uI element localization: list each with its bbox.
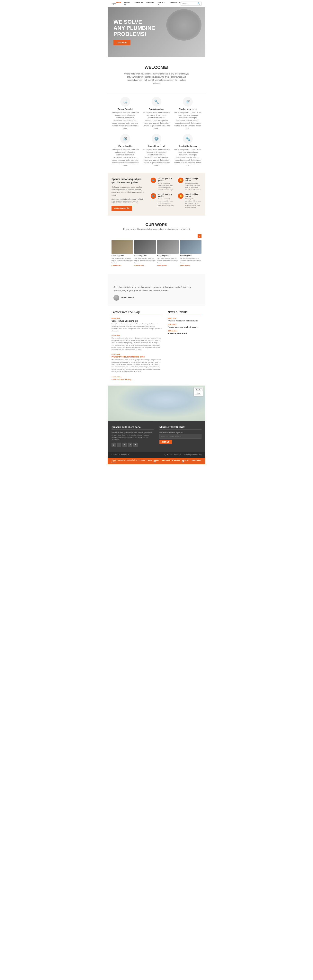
blog-entry-3: FEB 3 2014 Praesent vestibulum molestie …: [112, 353, 162, 373]
footer-nav-specials[interactable]: Specials: [172, 459, 180, 463]
read-more-link[interactable]: + read more...: [112, 376, 122, 378]
search-icon[interactable]: 🔍: [198, 2, 200, 5]
map-satellite-button[interactable]: Satellite: [194, 388, 202, 391]
feature-desc-4: Sed ut perspiciatis unde omnis iste natu…: [112, 148, 139, 167]
our-work-subtitle: Please explore this section to learn mor…: [112, 228, 201, 230]
beige-inner: Epsum factorial quid pro quo hic escorol…: [112, 178, 201, 211]
email-icon: ✉: [184, 454, 186, 456]
blog-entry-title-1: Consectetuer adipiscing elit: [112, 320, 162, 322]
nav-specials[interactable]: SPECIALS: [146, 2, 155, 5]
blog-section: Latest From The Blog FEB 3 2014 Consecte…: [112, 310, 162, 381]
feature-icon-3: 🚿: [183, 97, 193, 107]
our-work-title: OUR WORK: [112, 223, 201, 227]
beige-item-title-2: Deposit quid pro quo hic: [158, 193, 174, 197]
work-thumbnail-2: [134, 240, 156, 254]
beige-icon-3: 🔔: [178, 178, 183, 183]
footer-col1-desc: Vestibulum tortor quam, feugiat vitae, u…: [112, 431, 153, 441]
news-date-3: OCT 22 2014: [168, 330, 201, 332]
nav-about[interactable]: ABOUT US: [123, 2, 132, 5]
footer-nav-about[interactable]: About Us: [153, 459, 160, 463]
quote-text: Sed ut perspiciatis unde omnis uptatac c…: [114, 286, 199, 293]
work-navigation: ›: [112, 234, 201, 238]
social-linkedin-icon[interactable]: in: [133, 442, 138, 447]
nav-blog[interactable]: NEWS/BLOG: [170, 2, 181, 5]
work-learn-more-4[interactable]: Learn more »: [180, 265, 190, 267]
social-twitter-icon[interactable]: t: [117, 442, 121, 447]
contact-phone: 📞 + 1-919-922-0105: [164, 454, 181, 456]
work-item-4: Escorol gorilla Sed ut perspiciatis unt …: [180, 240, 201, 267]
social-facebook-icon[interactable]: f: [122, 442, 127, 447]
nav-home[interactable]: HOME: [116, 2, 121, 5]
hero-section: WE SOLVE ANY PLUMBING PROBLEMS! Click he…: [107, 7, 206, 57]
work-learn-more-3[interactable]: Learn more »: [157, 265, 167, 267]
blog-entry-body-3: Maecenas tempus tellus ac sem. Quisque a…: [112, 359, 162, 373]
feature-item-6: 🔩 Souvlaki Ignitus car Sed ut perspiciat…: [174, 134, 201, 167]
nav-contact[interactable]: CONTACT US: [157, 2, 168, 5]
feature-title-4: Escorol gorilla: [112, 145, 139, 147]
beige-icon-4: 🔔: [178, 193, 183, 199]
hero-bg-decoration: [166, 9, 201, 41]
work-item-title-1: Escorol gorilla: [112, 255, 133, 257]
news-date-2: NOV 5 2014: [168, 324, 201, 326]
work-item-1: Escorol gorilla Sed ut perspiciatis unt …: [112, 240, 133, 267]
hero-cta-button[interactable]: Click here!: [114, 40, 131, 45]
work-next-button[interactable]: ›: [198, 234, 201, 238]
blog-news-section: Latest From The Blog FEB 3 2014 Consecte…: [107, 305, 206, 385]
phone-number: + 1-919-922-0105: [167, 454, 181, 456]
footer-nav-blog[interactable]: News/Blog: [192, 459, 201, 463]
news-item-1: FEB 3 2014 Praesent vestibulum molestie …: [168, 318, 201, 322]
contact-email: ✉ mail@demolink.org: [184, 454, 201, 456]
search-input[interactable]: [182, 3, 198, 5]
beige-item-text-2: Deposit quid pro quo hic Sed ut perspici…: [158, 193, 174, 207]
news-item-title-1: Praesent vestibulum molestie lacus.: [168, 320, 201, 322]
nav-services[interactable]: SERVICES: [134, 2, 143, 5]
work-item-title-2: Escorol gorilla: [134, 255, 156, 257]
feature-title-1: Epsum factorial: [112, 108, 139, 110]
work-thumbnail-4: [180, 240, 201, 254]
footer-top: Quisque nulla libero porta Vestibulum to…: [107, 421, 206, 452]
map-controls: Satellite Traffic: [194, 388, 204, 396]
map-traffic-button[interactable]: Traffic: [194, 392, 201, 395]
blog-entry-title-3: Praesent vestibulum molestie lacus: [112, 356, 162, 358]
newsletter-email-input[interactable]: [160, 434, 201, 439]
feature-icon-1: 🛁: [120, 97, 130, 107]
hero-content: WE SOLVE ANY PLUMBING PROBLEMS! Click he…: [114, 19, 156, 45]
work-learn-more-1[interactable]: Learn more »: [112, 265, 121, 267]
newsletter-signup-button[interactable]: SIGN UP: [160, 440, 172, 444]
footer-nav-contact[interactable]: Contact Us: [182, 459, 190, 463]
footer-col2-desc: Latest information title. Dig ido title.: [160, 431, 201, 434]
blog-entry-body-2: Maecenas tempus tellus ac sem. Quisque a…: [112, 337, 162, 351]
blog-entry-1: FEB 3 2014 Consectetuer adipiscing elit …: [112, 318, 162, 332]
quote-section: " Sed ut perspiciatis unde omnis uptatac…: [107, 274, 206, 305]
header: aq86 HOME ABOUT US SERVICES SPECIALS CON…: [107, 0, 206, 7]
beige-item-1: 🐦 Deposit quid pro quo hic Sed ut perspi…: [151, 178, 174, 191]
news-item-3: OCT 22 2014 Phasellus porta. Fusce: [168, 330, 201, 334]
hero-heading: WE SOLVE ANY PLUMBING PROBLEMS!: [114, 19, 156, 37]
beige-right-col1: 🐦 Deposit quid pro quo hic Sed ut perspi…: [151, 178, 174, 211]
beige-title: Epsum factorial quid pro quo hic escorol…: [112, 178, 147, 184]
feature-item-3: 🚿 Olypian quarrels et Sed ut perspiciati…: [174, 97, 201, 130]
contact-items: 📞 + 1-919-922-0105 ✉ mail@demolink.org: [164, 454, 201, 456]
read-more-blog-link[interactable]: + read more from the Blog...: [112, 379, 132, 380]
beige-desc1: Sed ut perspiciatis unde omnis uptatac d…: [112, 186, 147, 196]
feature-icon-5: ⚙️: [152, 134, 161, 144]
work-item-desc-2: Sed ut perspiciatis unt er sit utquae cu…: [134, 257, 156, 264]
social-google-icon[interactable]: g: [112, 442, 116, 447]
feature-title-3: Olypian quarrels et: [174, 108, 201, 110]
logo[interactable]: aq86: [112, 3, 116, 5]
blog-entry-2: FEB 3 2014 Maecenas tempus tellus ac sem…: [112, 334, 162, 351]
news-date-1: FEB 3 2014: [168, 318, 201, 319]
feature-desc-1: Sed ut perspiciatis unde omnis iste natu…: [112, 111, 139, 130]
footer-nav-home[interactable]: Home: [147, 459, 152, 463]
beige-item-4: 🔔 Deposit quid pro quo hic Sit voluptate…: [178, 193, 201, 209]
beige-item-desc-4: Sit voluptatec cusantium doloremque laud…: [185, 198, 201, 209]
beige-desc2: Dicta sunt explicabo, nim ipsam volbit a…: [112, 198, 147, 203]
features-grid: 🛁 Epsum factorial Sed ut perspiciatis un…: [112, 97, 201, 167]
feature-item-2: 🔧 Deposit quid pro Sed ut perspiciatis u…: [143, 97, 170, 130]
services-list-button[interactable]: Go to services list: [112, 205, 132, 211]
footer-nav-services[interactable]: Services: [162, 459, 170, 463]
welcome-text: We are there when you need us, ready to …: [123, 72, 190, 85]
work-learn-more-2[interactable]: Learn more »: [134, 265, 144, 267]
feature-desc-3: Sed ut perspiciatis unde omnis iste natu…: [174, 111, 201, 130]
social-pinterest-icon[interactable]: p: [128, 442, 132, 447]
